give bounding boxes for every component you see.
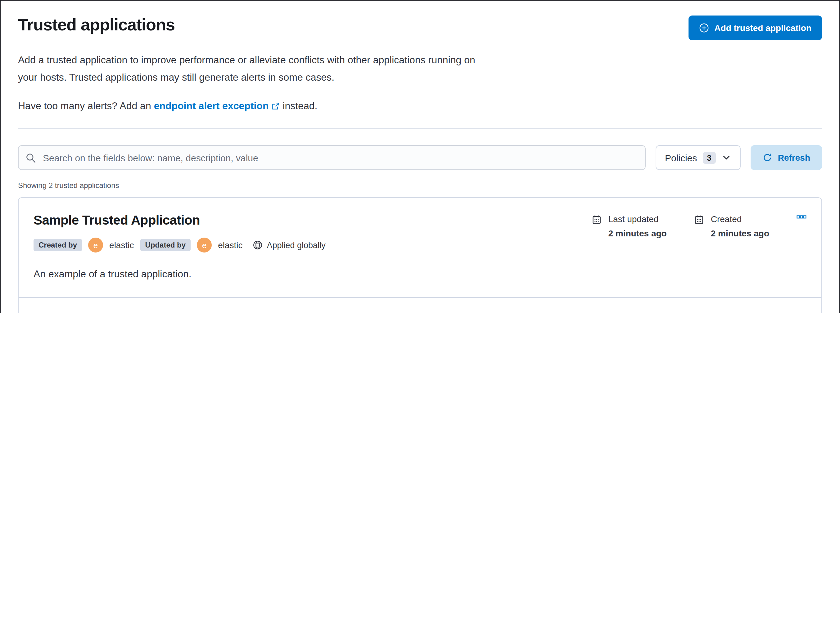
trusted-app-dates: Last updated 2 minutes ago Created 2 min… — [591, 213, 807, 297]
header-divider — [18, 128, 822, 129]
description-line-2: your hosts. Trusted applications may sti… — [18, 72, 334, 83]
calendar-icon — [694, 214, 704, 238]
trusted-app-card-sample: Sample Trusted Application Created by e … — [18, 197, 822, 313]
alerts-hint-prefix: Have too many alerts? Add an — [18, 100, 151, 111]
trusted-app-meta: Created by e elastic Updated by e elasti… — [33, 238, 326, 252]
page-title: Trusted applications — [18, 16, 175, 35]
created-block: Created 2 minutes ago — [694, 214, 769, 238]
last-updated-value: 2 minutes ago — [608, 228, 666, 238]
criteria-block: OSISMac ANDprocess.executable.caselessMA… — [19, 297, 821, 313]
card-actions-menu-button[interactable] — [796, 214, 807, 219]
page-description: Add a trusted application to improve per… — [18, 52, 822, 86]
search-icon — [25, 152, 36, 163]
globe-icon — [253, 240, 262, 250]
controls-row: Policies 3 Refresh — [18, 145, 822, 170]
results-count: Showing 2 trusted applications — [18, 181, 822, 190]
last-updated-label: Last updated — [608, 214, 666, 224]
refresh-button[interactable]: Refresh — [751, 145, 822, 170]
scope-global: Applied globally — [253, 240, 326, 250]
created-by-badge: Created by — [33, 239, 82, 251]
created-by-user: elastic — [109, 240, 134, 250]
refresh-label: Refresh — [778, 153, 810, 163]
external-link-icon — [271, 102, 280, 110]
policies-filter-label: Policies — [665, 152, 697, 163]
alerts-hint: Have too many alerts? Add an endpoint al… — [18, 97, 822, 115]
alerts-hint-suffix: instead. — [283, 100, 317, 111]
page-header: Trusted applications Add trusted applica… — [18, 16, 822, 40]
created-label: Created — [711, 214, 769, 224]
updated-by-avatar: e — [197, 238, 212, 252]
search-input[interactable] — [42, 152, 638, 163]
calendar-icon — [591, 214, 601, 238]
description-line-1: Add a trusted application to improve per… — [18, 55, 475, 65]
plus-circle-icon — [699, 23, 709, 33]
add-trusted-application-button[interactable]: Add trusted application — [688, 16, 822, 40]
endpoint-alert-exception-link[interactable]: endpoint alert exception — [154, 97, 280, 115]
search-box — [18, 145, 646, 170]
trusted-applications-page: Trusted applications Add trusted applica… — [0, 0, 840, 313]
updated-by-badge: Updated by — [140, 239, 191, 251]
trusted-app-title: Sample Trusted Application — [33, 213, 326, 228]
scope-label: Applied globally — [267, 240, 326, 250]
policies-filter-button[interactable]: Policies 3 — [656, 145, 741, 170]
add-trusted-application-label: Add trusted application — [714, 23, 812, 33]
trusted-app-description: An example of a trusted application. — [33, 269, 326, 280]
created-by-avatar: e — [88, 238, 103, 252]
chevron-down-icon — [721, 153, 732, 163]
policies-count-badge: 3 — [702, 152, 716, 163]
updated-by-user: elastic — [218, 240, 242, 250]
refresh-icon — [762, 153, 772, 163]
created-value: 2 minutes ago — [711, 228, 769, 238]
boxes-horizontal-icon — [796, 215, 807, 219]
endpoint-alert-exception-label: endpoint alert exception — [154, 97, 269, 115]
last-updated-block: Last updated 2 minutes ago — [591, 214, 666, 238]
